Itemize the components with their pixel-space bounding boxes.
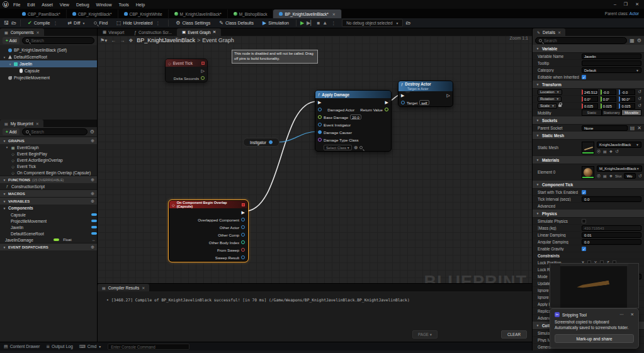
asset-tab-CBP_KnightWhite[interactable]: CBP_KnightWhite	[118, 9, 169, 18]
search-icon[interactable]	[359, 146, 363, 149]
asset-tab-M_KnightJavelinBlack[interactable]: M_KnightJavelinBlack*	[169, 9, 228, 18]
exec-in-pin[interactable]: ▶	[401, 93, 404, 98]
my-blueprint-panel-tab[interactable]: ▤ My Blueprint ✕	[0, 120, 43, 127]
browse-icon[interactable]: ▤	[630, 125, 635, 131]
variable-javelindamage[interactable]: JavelinDamageFloat∼	[0, 237, 97, 243]
section-event-dispatchers[interactable]: ▾EVENT DISPATCHERS⊕	[0, 243, 97, 250]
graph-item-eventgraph[interactable]: ▾▦EventGraph	[0, 144, 97, 150]
segment-movable[interactable]: Movable	[621, 109, 641, 116]
reset-icon[interactable]: ↺	[615, 149, 619, 154]
breadcrumb[interactable]: BP_KnightJavelinBlack>Event Graph	[137, 37, 234, 43]
checkbox[interactable]	[582, 219, 586, 223]
reset-icon[interactable]: ↺	[638, 174, 642, 179]
asset-dropdown[interactable]: M_KnightJavelinBlack▼	[597, 165, 642, 172]
page-dropdown[interactable]: PAGE ▾	[412, 330, 438, 339]
forward-arrow-icon[interactable]: →	[120, 38, 125, 43]
vector-value-x[interactable]: 0.0°	[582, 96, 598, 102]
sphere-thumbnail[interactable]	[582, 166, 594, 179]
expand-arrow-icon[interactable]: ▾	[8, 62, 12, 66]
components-panel-tab[interactable]: ▦ Components ✕	[0, 28, 44, 36]
class-settings-button[interactable]: ⚙ Class Settings	[172, 19, 213, 27]
asset-tab-CBP_PawnBlack[interactable]: CBP_PawnBlack*	[16, 9, 67, 18]
event-graph-canvas[interactable]: ▦ViewportƒConstruction Scr...▣Event Grap…	[98, 28, 532, 283]
minimize-button[interactable]: –	[614, 2, 616, 7]
debug-browse-icon[interactable]: 🗁	[405, 20, 410, 26]
browse-icon[interactable]: ▤	[603, 149, 607, 154]
add-icon[interactable]: ⊕	[91, 138, 94, 143]
clear-icon[interactable]: ✕	[637, 125, 641, 131]
int-pin[interactable]	[241, 240, 245, 244]
details-search-input[interactable]: Search	[535, 37, 627, 44]
slot-name-field[interactable]: Wo	[624, 173, 635, 179]
tree-item-capsule[interactable]: Capsule	[0, 67, 97, 74]
object-pin[interactable]	[318, 108, 322, 111]
variable-capsule[interactable]: Capsule	[0, 211, 97, 218]
segment-static[interactable]: Static	[582, 109, 602, 116]
asset-tab-BP_KnightJavelinBlack[interactable]: BP_KnightJavelinBlack*✕	[273, 9, 341, 18]
lock-icon[interactable]	[558, 104, 562, 107]
find-button[interactable]: Find	[91, 19, 111, 27]
back-arrow-icon[interactable]: ←	[111, 38, 116, 43]
value-field[interactable]: Javelin	[582, 53, 641, 59]
asset-tab-M_BishopBlack[interactable]: M_BishopBlack	[228, 9, 274, 18]
grid-view-icon[interactable]: ▦	[630, 38, 635, 43]
exec-out-pin[interactable]: ▷	[447, 93, 450, 98]
axis-dropdown[interactable]: Rotation▼	[538, 96, 562, 102]
menu-edit[interactable]: Edit	[27, 3, 35, 7]
clear-button[interactable]: CLEAR	[501, 330, 527, 339]
graph-tab-event-graph[interactable]: ▣Event Graph✕	[177, 28, 221, 36]
object-pin[interactable]	[241, 225, 245, 229]
float-pin[interactable]	[385, 108, 388, 111]
graph-tab-construction-scr-[interactable]: ƒConstruction Scr...	[129, 28, 177, 36]
axis-dropdown[interactable]: Scale▼	[538, 103, 557, 109]
class-defaults-button[interactable]: ✎ Class Defaults	[216, 19, 257, 27]
graph-item-constructionscript[interactable]: ƒConstructionScript	[0, 183, 97, 189]
graph-hierarchy-icon[interactable]: ❖	[128, 38, 133, 43]
expand-arrow-icon[interactable]: ▾	[536, 182, 539, 186]
add-blueprint-item-button[interactable]: +Add	[3, 128, 20, 135]
console-command-input[interactable]: Enter Console Command	[108, 344, 189, 350]
object-pin[interactable]	[241, 233, 245, 237]
class-pin[interactable]	[318, 138, 322, 142]
hide-unrelated-button[interactable]: ⬚ Hide Unrelated⋮	[113, 19, 164, 27]
checkbox[interactable]: ✓	[582, 190, 586, 194]
object-pin[interactable]	[241, 255, 245, 259]
simulation-button[interactable]: ▶ Simulation	[259, 19, 292, 27]
tree-item-projectilemovement[interactable]: ProjectileMovement	[0, 74, 97, 81]
vector-value-x[interactable]: 0.025	[582, 103, 598, 109]
pin-value-field[interactable]: 20.0	[350, 115, 361, 120]
variable-defaultsceneroot[interactable]: DefaultSceneRoot	[0, 230, 97, 237]
close-icon[interactable]: ✕	[37, 30, 40, 35]
checkbox[interactable]	[538, 226, 539, 230]
graph-tab-viewport[interactable]: ▦Viewport	[98, 28, 129, 36]
value-field[interactable]	[582, 60, 641, 66]
snipping-tool-notification[interactable]: ✂ Snipping Tool ⋯ ✕ Screenshot copied to…	[550, 308, 639, 349]
save-icon[interactable]: 🖫	[4, 20, 9, 26]
close-icon[interactable]: ✕	[631, 312, 634, 317]
checkbox[interactable]: ✓	[582, 75, 586, 79]
content-drawer-button[interactable]: ▤ Content Drawer	[4, 344, 40, 349]
vector-value-y[interactable]: -0.0	[601, 89, 617, 95]
node-destroy-actor[interactable]: ƒ Destroy Actor Target is Actor ▶ ▷ Targ…	[398, 81, 453, 107]
parent-class-link[interactable]: Actor	[630, 11, 639, 16]
vector-value-z[interactable]: -0.0	[619, 89, 635, 95]
components-search-input[interactable]: Search	[22, 37, 94, 44]
object-pin[interactable]	[318, 123, 322, 126]
tree-item-defaultsceneroot[interactable]: ▾DefaultSceneRoot	[0, 53, 97, 60]
tree-item-bp-knightjavelinblack-self-[interactable]: BP_KnightJavelinBlack (Self)	[0, 47, 97, 53]
vector-value-y[interactable]: 0.0°	[601, 96, 617, 102]
variable-projectilemovement[interactable]: ProjectileMovement	[0, 218, 97, 224]
node-instigator-get[interactable]: Instigator	[243, 138, 280, 147]
settings-gear-icon[interactable]: ⚙	[637, 38, 641, 43]
menu-file[interactable]: File	[13, 3, 20, 7]
dropdown-field[interactable]: Default▼	[582, 67, 641, 73]
target-pin[interactable]	[401, 101, 405, 104]
vector-value-x[interactable]: 245.512665	[582, 89, 598, 95]
tree-item-javelin[interactable]: ▾Javelin	[0, 60, 97, 67]
section-graphs[interactable]: ▾GRAPHS⊕	[0, 137, 97, 144]
closed-eye-icon[interactable]: ∼	[92, 238, 97, 242]
compile-button[interactable]: ✔ Compile⋮	[25, 19, 62, 27]
javelin-thumbnail[interactable]	[582, 142, 594, 154]
axis-dropdown[interactable]: Location▼	[538, 89, 562, 95]
exec-in-pin[interactable]: ▶	[318, 100, 321, 104]
